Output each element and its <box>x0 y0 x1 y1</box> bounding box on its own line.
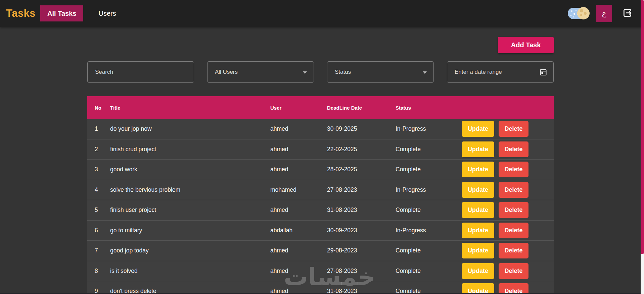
cell-user: mohamed <box>270 186 327 193</box>
header-user: User <box>270 105 327 111</box>
cell-no: 5 <box>87 207 110 214</box>
caret-down-icon <box>303 71 307 74</box>
cell-status: In-Progress <box>396 186 462 193</box>
app-logo: Tasks <box>6 7 36 19</box>
cell-deadline: 30-09-2025 <box>327 125 396 132</box>
cell-status: Complete <box>396 247 462 254</box>
header-status: Status <box>396 105 462 111</box>
cell-deadline: 29-08-2023 <box>327 247 396 254</box>
delete-button[interactable]: Delete <box>499 182 528 198</box>
delete-button[interactable]: Delete <box>499 141 528 157</box>
table-row: 7good jop todayahmed29-08-2023CompleteUp… <box>87 241 554 261</box>
cell-status: Complete <box>396 207 462 214</box>
main-content: Add Task Search All Users Status Enter a… <box>87 37 554 294</box>
update-button[interactable]: Update <box>462 202 494 218</box>
table-row: 9don't press deleteahmed31-08-2023Comple… <box>87 281 554 294</box>
row-actions: UpdateDelete <box>462 202 554 218</box>
cell-deadline: 30-09-2023 <box>327 227 396 234</box>
cell-user: ahmed <box>270 207 327 214</box>
update-button[interactable]: Update <box>462 141 494 157</box>
update-button[interactable]: Update <box>462 243 494 258</box>
theme-toggle[interactable] <box>568 8 589 19</box>
logout-button[interactable] <box>623 8 632 18</box>
cell-status: In-Progress <box>396 125 462 132</box>
star-icon <box>573 16 574 17</box>
row-actions: UpdateDelete <box>462 182 554 198</box>
users-select-value: All Users <box>215 69 238 75</box>
nav-item-label: All Tasks <box>47 10 76 17</box>
status-select-value: Status <box>335 69 351 75</box>
language-switch-button[interactable]: ع <box>596 5 612 22</box>
table-header: No Title User DeadLine Date Status <box>87 96 554 119</box>
row-actions: UpdateDelete <box>462 162 554 177</box>
row-actions: UpdateDelete <box>462 263 554 279</box>
update-button[interactable]: Update <box>462 162 494 177</box>
cell-no: 6 <box>87 227 110 234</box>
delete-button[interactable]: Delete <box>499 263 528 279</box>
header-no: No <box>87 105 110 111</box>
cell-title: finish crud project <box>110 146 270 153</box>
cell-title: solve the bervious problem <box>110 186 270 193</box>
star-icon <box>571 10 572 12</box>
moon-icon <box>577 7 590 19</box>
cell-title: is it solved <box>110 268 270 275</box>
cell-user: ahmed <box>270 146 327 153</box>
update-button[interactable]: Update <box>462 223 494 238</box>
delete-button[interactable]: Delete <box>499 223 528 238</box>
users-select[interactable]: All Users <box>207 61 314 83</box>
add-task-button[interactable]: Add Task <box>498 37 554 53</box>
update-button[interactable]: Update <box>462 182 494 198</box>
cell-title: do your jop now <box>110 125 270 132</box>
cell-status: Complete <box>396 166 462 173</box>
navbar: Tasks All Tasks Users ع <box>0 0 644 27</box>
update-button[interactable]: Update <box>462 121 494 137</box>
cell-user: abdallah <box>270 227 327 234</box>
navbar-right-group: ع <box>568 5 644 22</box>
tasks-table: No Title User DeadLine Date Status 1do y… <box>87 96 554 294</box>
caret-down-icon <box>423 71 427 74</box>
bottom-edge <box>0 293 641 294</box>
cell-user: ahmed <box>270 268 327 275</box>
delete-button[interactable]: Delete <box>499 202 528 218</box>
delete-button[interactable]: Delete <box>499 121 528 137</box>
status-select[interactable]: Status <box>327 61 434 83</box>
star-icon <box>576 10 577 11</box>
cell-title: finish user project <box>110 207 270 214</box>
cell-user: ahmed <box>270 247 327 254</box>
cell-status: In-Progress <box>396 227 462 234</box>
table-row: 3good workahmed28-02-2025CompleteUpdateD… <box>87 160 554 180</box>
cell-deadline: 28-02-2025 <box>327 166 396 173</box>
scrollbar-thumb[interactable] <box>641 0 644 254</box>
cell-user: ahmed <box>270 166 327 173</box>
nav-item-all-tasks[interactable]: All Tasks <box>40 5 83 21</box>
header-deadline: DeadLine Date <box>327 105 396 111</box>
header-title: Title <box>110 105 270 111</box>
search-input[interactable]: Search <box>87 61 194 83</box>
date-range-input[interactable]: Enter a date range <box>447 61 554 83</box>
star-icon <box>570 15 571 16</box>
cell-status: Complete <box>396 146 462 153</box>
date-range-placeholder: Enter a date range <box>455 69 502 75</box>
cell-status: Complete <box>396 268 462 275</box>
cell-deadline: 31-08-2023 <box>327 207 396 214</box>
delete-button[interactable]: Delete <box>499 162 528 177</box>
cell-no: 8 <box>87 268 110 275</box>
row-actions: UpdateDelete <box>462 121 554 137</box>
update-button[interactable]: Update <box>462 263 494 279</box>
cell-title: good work <box>110 166 270 173</box>
filters-bar: Search All Users Status Enter a date ran… <box>87 61 554 83</box>
cell-no: 3 <box>87 166 110 173</box>
delete-button[interactable]: Delete <box>499 243 528 258</box>
row-actions: UpdateDelete <box>462 141 554 157</box>
table-row: 6go to miltaryabdallah30-09-2023In-Progr… <box>87 221 554 241</box>
cell-title: go to miltary <box>110 227 270 234</box>
table-row: 5finish user projectahmed31-08-2023Compl… <box>87 200 554 221</box>
star-icon <box>573 13 575 15</box>
cell-title: good jop today <box>110 247 270 254</box>
nav-item-users[interactable]: Users <box>91 5 123 21</box>
calendar-icon[interactable] <box>539 68 547 76</box>
search-placeholder: Search <box>95 69 113 75</box>
cell-no: 2 <box>87 146 110 153</box>
table-row: 8is it solvedahmed27-08-2023CompleteUpda… <box>87 261 554 282</box>
row-actions: UpdateDelete <box>462 223 554 238</box>
